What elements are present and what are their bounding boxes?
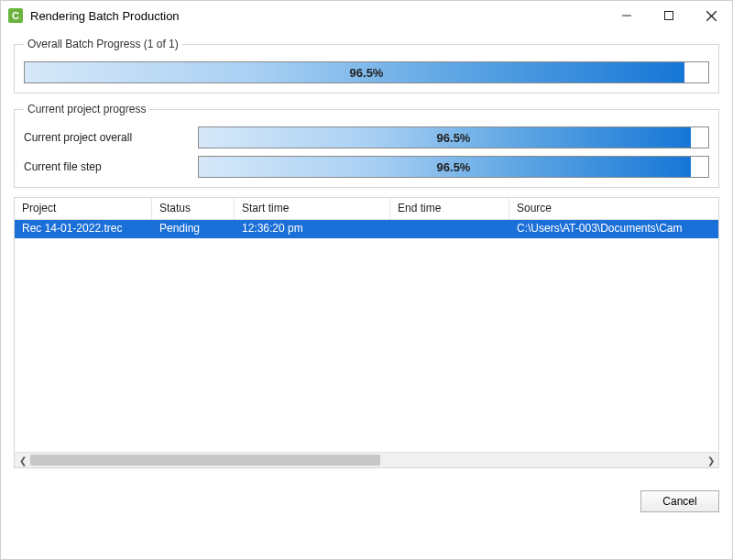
- current-progress-group: Current project progress Current project…: [14, 103, 719, 188]
- window-controls: [606, 1, 732, 30]
- cancel-button[interactable]: Cancel: [640, 490, 719, 512]
- cell-project: Rec 14-01-2022.trec: [15, 220, 152, 238]
- overall-progress-group: Overall Batch Progress (1 of 1) 96.5%: [14, 38, 719, 93]
- svg-rect-1: [665, 12, 673, 20]
- current-overall-bar: 96.5%: [198, 126, 709, 148]
- overall-legend: Overall Batch Progress (1 of 1): [24, 38, 182, 50]
- scroll-left-arrow-icon[interactable]: ❮: [15, 453, 30, 468]
- table-body: Rec 14-01-2022.trec Pending 12:36:20 pm …: [15, 220, 718, 452]
- table-row[interactable]: Rec 14-01-2022.trec Pending 12:36:20 pm …: [15, 220, 718, 238]
- current-step-row: Current file step 96.5%: [24, 156, 709, 178]
- maximize-button[interactable]: [648, 1, 690, 30]
- current-overall-row: Current project overall 96.5%: [24, 126, 709, 148]
- current-step-bar: 96.5%: [198, 156, 709, 178]
- header-status[interactable]: Status: [152, 198, 235, 219]
- header-end-time[interactable]: End time: [390, 198, 509, 219]
- content: Overall Batch Progress (1 of 1) 96.5% Cu…: [1, 30, 732, 481]
- footer: Cancel: [1, 481, 732, 523]
- header-source[interactable]: Source: [509, 198, 718, 219]
- header-project[interactable]: Project: [15, 198, 152, 219]
- overall-progress-bar: 96.5%: [24, 61, 709, 83]
- app-icon: C: [8, 8, 23, 23]
- cell-source: C:\Users\AT-003\Documents\Cam: [509, 220, 718, 238]
- header-start-time[interactable]: Start time: [235, 198, 390, 219]
- minimize-button[interactable]: [606, 1, 648, 30]
- cell-status: Pending: [152, 220, 235, 238]
- window-title: Rendering Batch Production: [30, 9, 180, 23]
- horizontal-scrollbar[interactable]: ❮ ❯: [15, 452, 718, 467]
- current-overall-percent: 96.5%: [199, 127, 708, 148]
- current-step-percent: 96.5%: [199, 157, 708, 177]
- project-table: Project Status Start time End time Sourc…: [14, 197, 719, 468]
- current-overall-label: Current project overall: [24, 131, 198, 144]
- current-step-label: Current file step: [24, 160, 198, 173]
- current-legend: Current project progress: [24, 103, 149, 115]
- scroll-track[interactable]: [30, 453, 703, 467]
- cell-end-time: [390, 220, 509, 238]
- titlebar: C Rendering Batch Production: [1, 1, 732, 30]
- cell-start-time: 12:36:20 pm: [235, 220, 390, 238]
- scroll-right-arrow-icon[interactable]: ❯: [703, 453, 718, 468]
- scroll-thumb[interactable]: [30, 455, 380, 466]
- table-header: Project Status Start time End time Sourc…: [15, 198, 718, 220]
- close-button[interactable]: [690, 1, 732, 30]
- overall-progress-label: 96.5%: [25, 62, 708, 82]
